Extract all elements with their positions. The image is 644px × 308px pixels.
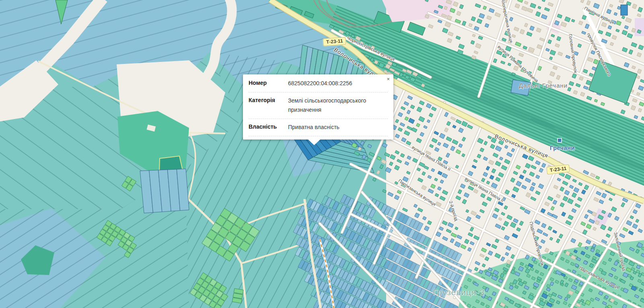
- popup-row-value: 6825082200:04:008:2256: [288, 79, 388, 88]
- popup-row-label: Власність: [249, 123, 288, 132]
- popup-row-ownership: Власність Приватна власність: [249, 119, 388, 136]
- parcel-info-popup: × Номер 6825082200:04:008:2256 Категорія…: [243, 74, 393, 140]
- close-icon[interactable]: ×: [387, 76, 390, 82]
- road-shield-t2311: Т-23-11: [323, 37, 346, 46]
- map-canvas[interactable]: [0, 0, 644, 308]
- popup-row-number: Номер 6825082200:04:008:2256: [249, 75, 388, 92]
- popup-pointer-arrow: [308, 140, 320, 145]
- popup-row-category: Категорія Землі сільськогосподарського п…: [249, 92, 388, 119]
- popup-row-value: Землі сільськогосподарського призначення: [288, 96, 388, 115]
- popup-row-value: Приватна власність: [288, 123, 388, 132]
- cadastral-map-viewport[interactable]: Волочиська вулиця Чорноострівська вулиця…: [0, 0, 644, 308]
- popup-row-label: Категорія: [249, 96, 288, 115]
- popup-row-label: Номер: [249, 79, 288, 88]
